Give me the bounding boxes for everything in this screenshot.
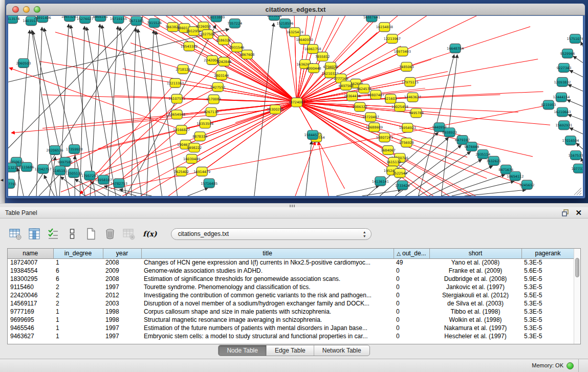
- table-cell[interactable]: 0: [394, 283, 429, 291]
- table-cell[interactable]: Dudbridge et al. (2008): [429, 275, 521, 283]
- table-cell[interactable]: 18724007: [8, 258, 53, 267]
- table-cell[interactable]: 9777169: [8, 308, 53, 316]
- table-cell[interactable]: Corpus callosum shape and size in male p…: [141, 308, 394, 316]
- table-cell[interactable]: 5.3E-5: [521, 332, 574, 340]
- network-canvas[interactable]: 1872400776638228860128891295482260589327…: [8, 16, 583, 196]
- network-window-titlebar[interactable]: citations_edges.txt: [6, 4, 585, 15]
- zoom-window-button[interactable]: [34, 6, 40, 13]
- table-row[interactable]: 969969511998Structural magnetic resonanc…: [8, 316, 574, 324]
- graph-edge-black[interactable]: [573, 56, 583, 63]
- table-row[interactable]: 946362711997Embryonic stem cells: a mode…: [8, 332, 574, 340]
- graph-edge-red[interactable]: [185, 28, 297, 102]
- column-header-pagerank[interactable]: pagerank: [521, 249, 574, 258]
- table-scrollbar[interactable]: [574, 249, 580, 344]
- delete-column-button[interactable]: [103, 227, 117, 241]
- table-cell[interactable]: 1: [53, 316, 103, 324]
- graph-edge-black[interactable]: [428, 166, 492, 196]
- table-cell[interactable]: 5.3E-5: [521, 316, 574, 324]
- table-cell[interactable]: 1997: [103, 324, 141, 332]
- table-cell[interactable]: Embryonic stem cells: a model to study s…: [141, 332, 394, 340]
- table-cell[interactable]: 6: [53, 275, 103, 283]
- float-panel-icon[interactable]: [561, 209, 570, 217]
- table-cell[interactable]: 2008: [103, 275, 141, 283]
- graph-edge-black[interactable]: [567, 100, 583, 106]
- table-cell[interactable]: 5.9E-5: [521, 275, 574, 283]
- row-height-button[interactable]: [65, 227, 79, 241]
- tab-edge-table[interactable]: Edge Table: [267, 345, 314, 356]
- table-row[interactable]: 946554611997Estimation of the future num…: [8, 324, 574, 332]
- table-cell[interactable]: 0: [394, 324, 429, 332]
- show-columns-button[interactable]: [27, 227, 41, 241]
- table-mode-button[interactable]: [8, 227, 23, 241]
- table-cell[interactable]: Changes of HCN gene expression and I(f) …: [141, 258, 394, 267]
- select-columns-button[interactable]: [46, 227, 60, 241]
- table-cell[interactable]: 14569117: [8, 299, 53, 308]
- column-header-short[interactable]: short: [429, 249, 521, 258]
- table-cell[interactable]: 5.3E-5: [521, 258, 574, 267]
- table-cell[interactable]: Tourette syndrome. Phenomenology and cla…: [141, 283, 394, 291]
- control-panel-splitter[interactable]: ◀: [0, 0, 5, 203]
- table-cell[interactable]: 0: [394, 299, 429, 308]
- table-row[interactable]: 977716911998Corpus callosum shape and si…: [8, 308, 574, 316]
- graph-edge-red[interactable]: [297, 16, 521, 102]
- table-cell[interactable]: 1: [53, 258, 103, 267]
- table-cell[interactable]: Yano et al. (2008): [429, 258, 521, 267]
- table-cell[interactable]: 6: [53, 267, 103, 275]
- function-builder-button[interactable]: f(x): [143, 230, 157, 238]
- table-selector-dropdown[interactable]: citations_edges.txt ▲▼: [171, 228, 372, 240]
- graph-edge-black[interactable]: [90, 24, 100, 196]
- table-cell[interactable]: Wolkin et al. (1998): [429, 316, 521, 324]
- create-column-button[interactable]: [84, 227, 98, 241]
- close-panel-icon[interactable]: ✕: [575, 208, 582, 218]
- graph-edge-black[interactable]: [102, 25, 126, 196]
- table-cell[interactable]: 5.6E-5: [521, 267, 574, 275]
- graph-edge-red[interactable]: [318, 142, 329, 196]
- network-window[interactable]: citations_edges.txt: [6, 3, 585, 199]
- graph-edge-black[interactable]: [146, 30, 154, 196]
- table-cell[interactable]: 9115460: [8, 283, 53, 291]
- table-cell[interactable]: Investigating the contribution of common…: [141, 291, 394, 299]
- table-row[interactable]: 1938455462009Genome-wide association stu…: [8, 267, 574, 275]
- delete-table-button[interactable]: [122, 227, 136, 241]
- network-canvas-wrap[interactable]: 1872400776638228860128891295482260589327…: [8, 16, 583, 196]
- graph-edge-black[interactable]: [581, 158, 583, 163]
- table-cell[interactable]: Structural magnetic resonance image aver…: [141, 316, 394, 324]
- table-cell[interactable]: Jankovic et al. (1997): [429, 283, 521, 291]
- table-cell[interactable]: 9463627: [8, 332, 53, 340]
- table-cell[interactable]: 5.3E-5: [521, 308, 574, 316]
- table-cell[interactable]: 1: [53, 332, 103, 340]
- table-cell[interactable]: Estimation of significance thresholds fo…: [141, 275, 394, 283]
- table-cell[interactable]: 22420046: [8, 291, 53, 299]
- graph-edge-black[interactable]: [306, 141, 312, 196]
- graph-edge-black[interactable]: [570, 70, 583, 77]
- graph-edge-black[interactable]: [570, 128, 583, 134]
- table-cell[interactable]: 5.3E-5: [521, 283, 574, 291]
- table-cell[interactable]: 1: [53, 308, 103, 316]
- table-cell[interactable]: 2008: [103, 258, 141, 267]
- table-row[interactable]: 1830029562008Estimation of significance …: [8, 275, 574, 283]
- column-header-out-degree[interactable]: △out_de...: [394, 249, 429, 258]
- table-cell[interactable]: Estimation of the future numbers of pati…: [141, 324, 394, 332]
- graph-edge-red[interactable]: [224, 61, 297, 102]
- table-cell[interactable]: 2003: [103, 299, 141, 308]
- table-cell[interactable]: 49: [394, 258, 429, 267]
- table-cell[interactable]: 0: [394, 275, 429, 283]
- table-cell[interactable]: de Silva et al. (2003): [429, 299, 521, 308]
- graph-edge-black[interactable]: [108, 26, 118, 196]
- graph-edge-black[interactable]: [581, 42, 583, 47]
- column-header-name[interactable]: name: [8, 249, 53, 258]
- graph-edge-black[interactable]: [86, 27, 116, 196]
- graph-edge-red[interactable]: [90, 83, 175, 181]
- table-cell[interactable]: 5.3E-5: [521, 299, 574, 308]
- graph-edge-black[interactable]: [568, 84, 583, 91]
- table-cell[interactable]: 5.5E-5: [521, 291, 574, 299]
- table-cell[interactable]: Disruption of a novel member of a sodium…: [141, 299, 394, 308]
- table-cell[interactable]: 9699695: [8, 316, 53, 324]
- graph-edge-black[interactable]: [568, 115, 583, 120]
- table-cell[interactable]: 0: [394, 267, 429, 275]
- table-cell[interactable]: 2009: [103, 267, 141, 275]
- table-cell[interactable]: 9465546: [8, 324, 53, 332]
- graph-edge-black[interactable]: [188, 188, 208, 196]
- table-row[interactable]: 1456911722003Disruption of a novel membe…: [8, 299, 574, 308]
- table-cell[interactable]: 2: [53, 299, 103, 308]
